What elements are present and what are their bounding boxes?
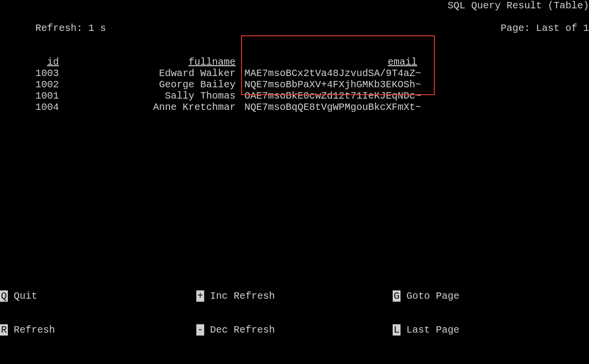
refresh-key[interactable]: R bbox=[0, 324, 8, 336]
table-row: 1002 George Bailey NQE7msoBbPaXV+4FXjhGM… bbox=[0, 79, 589, 90]
inc-refresh-key[interactable]: + bbox=[196, 290, 204, 302]
cell-email: MAE7msoBCx2tVa48JzvudSA/9T4aZ~ bbox=[241, 68, 423, 79]
cell-fullname: Edward Walker bbox=[65, 68, 241, 79]
cell-fullname: Sally Thomas bbox=[65, 90, 241, 102]
cell-id: 1004 bbox=[0, 102, 65, 113]
inc-refresh-label: Inc Refresh bbox=[210, 290, 275, 302]
refresh-label: Refresh bbox=[14, 324, 55, 336]
refresh-value: 1 s bbox=[88, 23, 106, 34]
cell-fullname: George Bailey bbox=[65, 79, 241, 90]
table-row: 1003 Edward Walker MAE7msoBCx2tVa48Jzvud… bbox=[0, 68, 589, 79]
cell-id: 1003 bbox=[0, 68, 65, 79]
cell-id: 1002 bbox=[0, 79, 65, 90]
quit-key[interactable]: Q bbox=[0, 290, 8, 302]
page-label: Page: bbox=[501, 23, 530, 34]
page-value: Last of 1 bbox=[536, 23, 589, 34]
cell-email: NQE7msoBbPaXV+4FXjhGMKb3EKOSh~ bbox=[241, 79, 423, 90]
result-table: id fullname email 1003 Edward Walker MAE… bbox=[0, 56, 589, 113]
cell-email: NQE7msoBqQE8tVgWPMgouBkcXFmXt~ bbox=[241, 102, 423, 113]
quit-label: Quit bbox=[14, 290, 37, 302]
refresh-label: Refresh: bbox=[35, 23, 82, 34]
last-page-key[interactable]: L bbox=[393, 324, 401, 336]
column-header-fullname: fullname bbox=[65, 56, 241, 68]
column-header-id: id bbox=[0, 56, 65, 68]
dec-refresh-key[interactable]: - bbox=[196, 324, 204, 336]
goto-page-key[interactable]: G bbox=[393, 290, 401, 302]
goto-page-label: Goto Page bbox=[406, 290, 459, 302]
last-page-label: Last Page bbox=[406, 324, 459, 336]
cell-email: OAE7msoBkE0cwZd12t71IeKJEqNDc~ bbox=[241, 90, 423, 102]
footer-shortcuts: Q Quit + Inc Refresh G Goto Page R Refre… bbox=[0, 268, 589, 358]
cell-id: 1001 bbox=[0, 90, 65, 102]
table-row: 1004 Anne Kretchmar NQE7msoBqQE8tVgWPMgo… bbox=[0, 102, 589, 113]
cell-fullname: Anne Kretchmar bbox=[65, 102, 241, 113]
column-header-email: email bbox=[241, 56, 423, 68]
window-title: SQL Query Result (Table) bbox=[448, 0, 589, 11]
dec-refresh-label: Dec Refresh bbox=[210, 324, 275, 336]
table-row: 1001 Sally Thomas OAE7msoBkE0cwZd12t71Ie… bbox=[0, 90, 589, 102]
